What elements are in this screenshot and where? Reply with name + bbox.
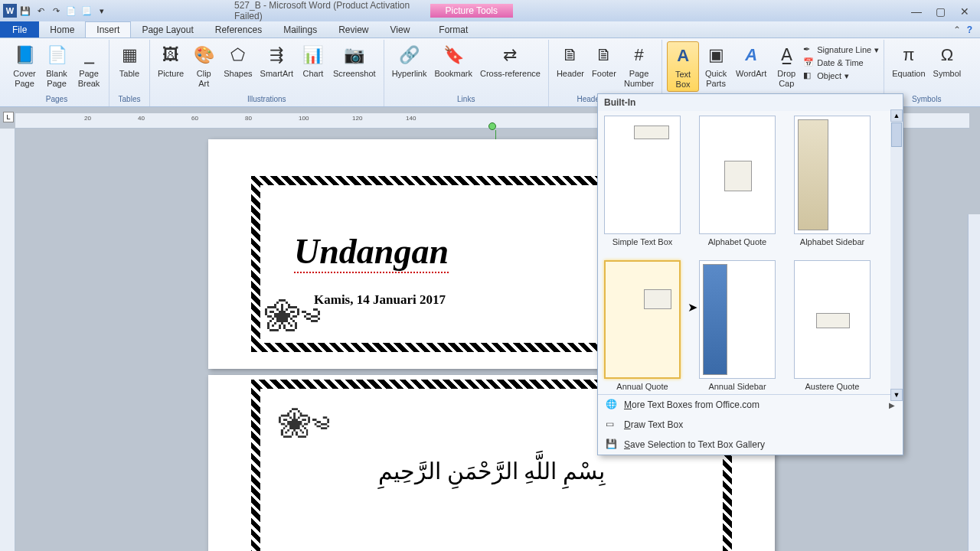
scroll-down-icon[interactable]: ▼	[890, 389, 903, 401]
screenshot-button[interactable]: 📷Screenshot	[330, 41, 379, 80]
title-text: Undangan	[294, 231, 449, 273]
tab-home[interactable]: Home	[39, 21, 85, 37]
hyperlink-button[interactable]: 🔗Hyperlink	[389, 41, 430, 80]
drop-cap-button[interactable]: A̲Drop Cap	[771, 41, 802, 90]
draw-text-box-command[interactable]: ▭ Draw Text Box	[598, 415, 903, 435]
smartart-button[interactable]: ⇶SmartArt	[257, 41, 296, 80]
group-pages: 📘Cover Page 📄Blank Page ⎯Page Break Page…	[5, 40, 109, 106]
page-break-button[interactable]: ⎯Page Break	[74, 41, 104, 90]
header-button[interactable]: 🗎Header	[554, 41, 587, 80]
gallery-footer: 🌐 More Text Boxes from Office.com ▶ ▭ Dr…	[598, 394, 903, 455]
print-preview-icon[interactable]: 📃	[80, 4, 93, 18]
submenu-arrow-icon: ▶	[889, 401, 895, 409]
text-box-gallery: Built-In Simple Text Box Alphabet Quote …	[597, 93, 903, 455]
blank-page-button[interactable]: 📄Blank Page	[41, 41, 72, 90]
bismillah-text: بِسْمِ اللَّهِ الرَّحْمَنِ الرَّحِيمِ	[378, 458, 605, 484]
gallery-item-alphabet-sidebar[interactable]: Alphabet Sidebar	[792, 116, 872, 246]
tab-view[interactable]: View	[380, 21, 421, 37]
save-gallery-icon: 💾	[606, 439, 618, 451]
tab-format[interactable]: Format	[428, 21, 479, 37]
draw-label: raw Text Box	[631, 419, 683, 430]
ribbon-tabs: File Home Insert Page Layout References …	[0, 21, 980, 38]
gallery-item-annual-sidebar[interactable]: Annual Sidebar	[697, 260, 777, 391]
more-label: ore Text Boxes from Office.com	[632, 399, 760, 410]
date-text: Kamis, 14 Januari 2017	[314, 292, 446, 308]
gallery-item-alphabet-quote[interactable]: Alphabet Quote	[697, 116, 777, 246]
gallery-section-header: Built-In	[598, 94, 903, 111]
undo-icon[interactable]: ↶	[34, 4, 47, 18]
floral-ornament-icon: ❀༄	[279, 407, 329, 445]
office-icon: 🌐	[606, 399, 618, 411]
gallery-item-austere-quote[interactable]: Austere Quote	[792, 260, 872, 391]
scroll-thumb[interactable]	[891, 122, 902, 147]
qat-dropdown-icon[interactable]: ▾	[95, 4, 109, 18]
tab-review[interactable]: Review	[328, 21, 379, 37]
group-illustrations: 🖼Picture 🎨Clip Art ⬠Shapes ⇶SmartArt 📊Ch…	[150, 40, 384, 106]
gallery-grid: Simple Text Box Alphabet Quote Alphabet …	[598, 111, 903, 394]
tab-page-layout[interactable]: Page Layout	[131, 21, 204, 37]
equation-button[interactable]: πEquation	[889, 41, 928, 80]
chart-button[interactable]: 📊Chart	[298, 41, 328, 80]
contextual-tab-picture-tools: Picture Tools	[430, 4, 513, 18]
title-bar: W 💾 ↶ ↷ 📄 📃 ▾ 527_B - Microsoft Word (Pr…	[0, 0, 980, 21]
gallery-item-simple-text-box[interactable]: Simple Text Box	[603, 116, 682, 246]
tab-file[interactable]: File	[0, 21, 39, 37]
floral-ornament-icon: ❀༄	[265, 298, 320, 340]
redo-icon[interactable]: ↷	[49, 4, 63, 18]
more-text-boxes-command[interactable]: 🌐 More Text Boxes from Office.com ▶	[598, 395, 903, 415]
save-icon[interactable]: 💾	[18, 4, 32, 18]
quick-parts-button[interactable]: ▣Quick Parts	[701, 41, 731, 90]
quick-access-toolbar: W 💾 ↶ ↷ 📄 📃 ▾	[0, 4, 112, 18]
tab-insert[interactable]: Insert	[85, 21, 131, 37]
gallery-item-annual-quote[interactable]: Annual Quote	[603, 260, 682, 391]
rotation-handle[interactable]	[488, 122, 496, 130]
bookmark-button[interactable]: 🔖Bookmark	[431, 41, 475, 80]
gallery-scrollbar[interactable]: ▲ ▼	[890, 109, 903, 401]
date-time-button[interactable]: 📅Date & Time	[803, 57, 879, 68]
window-controls: — ▢ ✕	[911, 5, 980, 16]
table-button[interactable]: ▦Table	[114, 41, 145, 80]
tab-references[interactable]: References	[204, 21, 273, 37]
picture-button[interactable]: 🖼Picture	[155, 41, 187, 80]
shapes-button[interactable]: ⬠Shapes	[220, 41, 255, 80]
draw-icon: ▭	[606, 419, 618, 431]
save-label: ave Selection to Text Box Gallery	[630, 439, 765, 450]
group-links: 🔗Hyperlink 🔖Bookmark ⇄Cross-reference Li…	[384, 40, 549, 106]
object-button[interactable]: ◧Object ▾	[803, 70, 879, 81]
tab-mailings[interactable]: Mailings	[273, 21, 328, 37]
minimize-icon[interactable]: —	[911, 5, 922, 16]
signature-line-button[interactable]: ✒Signature Line ▾	[803, 44, 879, 55]
scroll-up-icon[interactable]: ▲	[890, 109, 903, 122]
cross-reference-button[interactable]: ⇄Cross-reference	[477, 41, 544, 80]
clip-art-button[interactable]: 🎨Clip Art	[188, 41, 219, 90]
maximize-icon[interactable]: ▢	[936, 5, 946, 16]
vertical-scrollbar[interactable]	[968, 214, 980, 551]
close-icon[interactable]: ✕	[960, 5, 971, 16]
wordart-button[interactable]: AWordArt	[733, 41, 769, 80]
symbol-button[interactable]: ΩSymbol	[930, 41, 965, 80]
text-box-button[interactable]: AText Box	[667, 41, 699, 92]
vertical-ruler[interactable]	[0, 129, 15, 551]
save-selection-command[interactable]: 💾 Save Selection to Text Box Gallery	[598, 435, 903, 455]
window-title: 527_B - Microsoft Word (Product Activati…	[112, 0, 430, 21]
new-icon[interactable]: 📄	[64, 4, 78, 18]
tab-selector[interactable]: L	[3, 112, 14, 122]
page-number-button[interactable]: #Page Number	[621, 41, 657, 90]
minimize-ribbon-icon[interactable]: ⌃	[953, 24, 961, 35]
footer-button[interactable]: 🗎Footer	[589, 41, 619, 80]
help-icon[interactable]: ?	[967, 24, 972, 35]
group-tables: ▦Table Tables	[109, 40, 150, 106]
word-icon[interactable]: W	[3, 4, 17, 18]
cover-page-button[interactable]: 📘Cover Page	[9, 41, 40, 90]
